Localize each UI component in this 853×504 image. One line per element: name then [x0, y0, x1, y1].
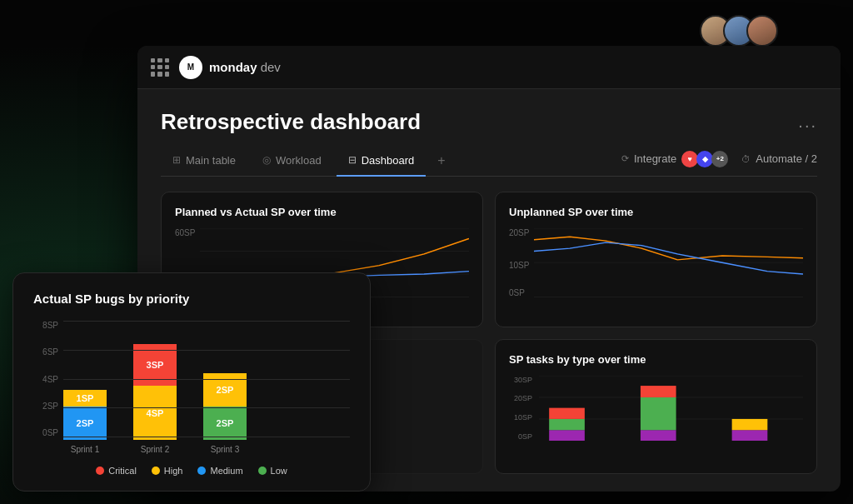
- tab-dashboard[interactable]: ⊟ Dashboard: [337, 149, 426, 177]
- sp-y-axis: 0SP 10SP 20SP 30SP: [509, 376, 532, 442]
- dashboard-icon: ⊟: [348, 154, 357, 166]
- automate-label: Automate / 2: [756, 152, 817, 165]
- grid-dot: [151, 58, 155, 62]
- legend: Critical High Medium Low: [33, 466, 350, 476]
- y-label-20sp: 20SP: [509, 228, 529, 237]
- integrate-icons: ♥ ◆ +2: [681, 151, 728, 167]
- integrate-badge-2: ◆: [696, 151, 713, 167]
- table-icon: ⊞: [172, 154, 181, 166]
- page-title: Retrospective dashboard: [161, 109, 421, 135]
- legend-label-low: Low: [271, 466, 287, 476]
- tab-main-table-label: Main table: [186, 154, 236, 167]
- s2-red-seg: 3SP: [133, 344, 177, 386]
- svg-rect-15: [641, 397, 676, 429]
- y-6sp: 6SP: [33, 347, 58, 357]
- svg-unplanned: [534, 228, 803, 297]
- svg-rect-16: [641, 386, 676, 397]
- tab-workload-label: Workload: [276, 154, 322, 167]
- tabs-bar: ⊞ Main table ◎ Workload ⊟ Dashboard + ⟳ …: [161, 148, 817, 177]
- y-label-10sp: 10SP: [509, 261, 529, 270]
- grid-dot: [157, 65, 162, 69]
- sprint2-label: Sprint 2: [141, 445, 169, 454]
- grid-dot: [165, 58, 169, 62]
- automate-action[interactable]: ⏱ Automate / 2: [741, 152, 817, 165]
- grid-dot: [151, 72, 155, 76]
- chart-title-planned: Planned vs Actual SP over time: [175, 206, 469, 218]
- y-4sp: 4SP: [33, 375, 58, 384]
- y-2sp: 2SP: [33, 402, 58, 411]
- s1-yellow-seg: 1SP: [63, 390, 107, 407]
- bar-group-sprint3: 2SP 2SP Sprint 3: [203, 373, 247, 454]
- grid-icon[interactable]: [151, 58, 169, 77]
- topbar: M monday dev: [137, 46, 841, 89]
- svg-rect-11: [549, 430, 585, 441]
- chart-title-unplanned: Unplanned SP over time: [509, 206, 803, 218]
- y-label-0sp: 0SP: [509, 288, 525, 297]
- sp-y-30: 30SP: [509, 376, 532, 384]
- dash-header: Retrospective dashboard ...: [161, 109, 817, 135]
- sp-y-20: 20SP: [509, 394, 532, 402]
- stacked-bars-s2: 4SP 3SP: [133, 344, 177, 440]
- grid-dot: [157, 72, 162, 76]
- legend-dot-medium: [197, 467, 206, 475]
- workload-icon: ◎: [262, 154, 271, 166]
- integrate-badge-1: ♥: [681, 151, 698, 167]
- chart-area-unplanned: [534, 228, 803, 297]
- sp-bar-chart: 0SP 10SP 20SP 30SP: [509, 376, 803, 458]
- y-0sp: 0SP: [33, 428, 58, 437]
- grid-dot: [151, 65, 155, 69]
- chart-title-sp-tasks: SP tasks by type over time: [509, 353, 803, 366]
- avatar-group: [700, 15, 778, 47]
- legend-dot-low: [258, 467, 267, 475]
- legend-label-critical: Critical: [108, 466, 137, 476]
- svg-rect-12: [549, 418, 585, 429]
- add-tab-button[interactable]: +: [429, 148, 453, 177]
- legend-label-high: High: [164, 466, 183, 476]
- brand-logo: M: [179, 56, 202, 79]
- avatar-3: [746, 15, 778, 47]
- legend-medium: Medium: [197, 466, 242, 476]
- sp-y-0: 0SP: [509, 432, 532, 441]
- s3-green-seg: 2SP: [203, 407, 247, 440]
- legend-critical: Critical: [96, 466, 137, 476]
- sprint1-label: Sprint 1: [71, 445, 99, 454]
- stacked-bars-s3: 2SP 2SP: [203, 373, 247, 440]
- brand: M monday dev: [179, 56, 281, 79]
- s2-yellow-seg: 4SP: [133, 386, 177, 440]
- grid-dot: [165, 72, 169, 76]
- tab-actions: ⟳ Integrate ♥ ◆ +2 ⏱ Automate / 2: [621, 151, 817, 174]
- sp-y-10: 10SP: [509, 413, 532, 422]
- bar-group-sprint2: 4SP 3SP Sprint 2: [133, 344, 177, 454]
- grid-dot: [157, 58, 162, 62]
- tab-main-table[interactable]: ⊞ Main table: [161, 149, 247, 177]
- legend-dot-critical: [96, 467, 104, 475]
- more-options-button[interactable]: ...: [798, 112, 817, 132]
- tab-workload[interactable]: ◎ Workload: [251, 149, 333, 177]
- line-chart-unplanned: 20SP 10SP 0SP: [509, 228, 803, 311]
- brand-name: monday dev: [209, 60, 281, 74]
- tab-dashboard-label: Dashboard: [362, 154, 415, 167]
- stacked-bars-s1: 2SP 1SP: [63, 390, 107, 440]
- svg-rect-18: [732, 418, 768, 429]
- grid-dot: [165, 65, 169, 69]
- sp-svg: [539, 376, 803, 442]
- s1-blue-seg: 2SP: [63, 407, 107, 440]
- bar-chart: 0SP 2SP 4SP 6SP 8SP 2SP 1SP Sprint 1: [33, 321, 350, 454]
- legend-label-medium: Medium: [210, 466, 242, 476]
- integrate-action[interactable]: ⟳ Integrate ♥ ◆ +2: [621, 151, 728, 167]
- svg-rect-14: [641, 430, 676, 441]
- sprint3-label: Sprint 3: [211, 445, 239, 454]
- chart-unplanned-sp: Unplanned SP over time 20SP 10SP 0SP: [495, 192, 817, 327]
- integrate-count: +2: [711, 151, 728, 167]
- legend-high: High: [152, 466, 183, 476]
- sp-chart-area: [539, 376, 803, 442]
- chart-sp-tasks: SP tasks by type over time 0SP 10SP 20SP…: [495, 339, 817, 475]
- y-8sp: 8SP: [33, 321, 58, 330]
- bar-group-sprint1: 2SP 1SP Sprint 1: [63, 390, 107, 454]
- legend-low: Low: [258, 466, 287, 476]
- bar-chart-inner: 2SP 1SP Sprint 1 4SP 3SP Sprint 2: [33, 321, 350, 454]
- bar-y-axis: 0SP 2SP 4SP 6SP 8SP: [33, 321, 58, 437]
- legend-dot-high: [152, 467, 160, 475]
- y-label-60sp: 60SP: [175, 228, 195, 237]
- s3-yellow-seg: 2SP: [203, 373, 247, 407]
